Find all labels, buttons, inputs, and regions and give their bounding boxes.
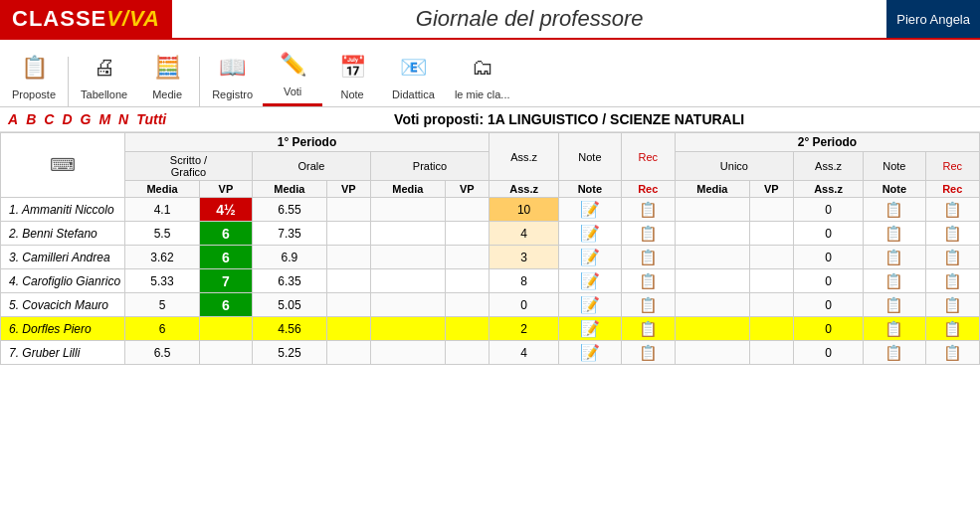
filter-m[interactable]: M [98,111,110,127]
prat-vp[interactable] [445,317,489,341]
rec-icon[interactable]: 📋 [884,225,903,242]
rec-p2-cell[interactable]: 📋 [925,293,979,317]
note-p1-cell[interactable]: 📝 [559,269,621,293]
note-icon[interactable]: 📝 [580,272,600,289]
prat-vp[interactable] [445,341,489,365]
toolbar-mie-classi[interactable]: 🗂 le mie cla... [445,47,520,106]
rec-icon[interactable]: 📋 [884,272,903,289]
unico-vp[interactable] [749,341,793,365]
prat-vp[interactable] [445,246,489,269]
sg-vp[interactable]: 7 [199,269,252,293]
rec-icon[interactable]: 📋 [639,225,658,242]
rec-icon[interactable]: 📋 [639,201,658,218]
note-p1-cell[interactable]: 📝 [559,293,621,317]
oral-vp[interactable] [326,293,370,317]
rec-p1-cell[interactable]: 📋 [621,317,675,341]
unico-vp[interactable] [749,222,793,246]
note-p2-cell[interactable]: 📋 [864,293,925,317]
unico-vp[interactable] [749,293,793,317]
prat-vp[interactable] [445,293,489,317]
oral-vp[interactable] [326,317,370,341]
note-p1-cell[interactable]: 📝 [559,246,621,269]
note-p2-cell[interactable]: 📋 [864,317,925,341]
toolbar-medie[interactable]: 🧮 Medie [137,47,197,106]
unico-vp[interactable] [749,269,793,293]
toolbar-note[interactable]: 📅 Note [322,47,382,106]
rec-icon[interactable]: 📋 [639,296,658,313]
rec-icon[interactable]: 📋 [884,344,903,361]
rec-icon[interactable]: 📋 [639,249,658,265]
logo[interactable]: CLASSEV/VA [0,0,172,38]
unico-vp[interactable] [749,198,793,222]
note-p2-cell[interactable]: 📋 [864,198,925,222]
rec-icon[interactable]: 📋 [884,320,903,337]
oral-vp[interactable] [326,222,370,246]
rec-icon[interactable]: 📋 [943,272,962,289]
rec-icon[interactable]: 📋 [943,320,962,337]
prat-vp[interactable] [445,269,489,293]
note-icon[interactable]: 📝 [580,249,600,265]
note-p1-cell[interactable]: 📝 [559,341,621,365]
sg-vp[interactable]: 4½ [199,198,252,222]
rec-icon[interactable]: 📋 [943,344,962,361]
rec-icon[interactable]: 📋 [639,344,658,361]
note-p2-cell[interactable]: 📋 [864,222,925,246]
rec-p1-cell[interactable]: 📋 [621,293,675,317]
note-p2-cell[interactable]: 📋 [864,246,925,269]
rec-icon[interactable]: 📋 [639,320,658,337]
filter-n[interactable]: N [118,111,128,127]
oral-vp[interactable] [326,269,370,293]
toolbar-proposte[interactable]: 📋 Proposte [2,47,66,106]
rec-p2-cell[interactable]: 📋 [925,269,979,293]
oral-vp[interactable] [326,246,370,269]
rec-icon[interactable]: 📋 [884,249,903,265]
note-p1-cell[interactable]: 📝 [559,222,621,246]
sg-vp[interactable] [199,317,252,341]
rec-p2-cell[interactable]: 📋 [925,222,979,246]
unico-vp[interactable] [749,317,793,341]
rec-icon[interactable]: 📋 [943,249,962,265]
prat-vp[interactable] [445,198,489,222]
rec-icon[interactable]: 📋 [884,296,903,313]
sg-vp[interactable] [199,341,252,365]
rec-icon[interactable]: 📋 [943,225,962,242]
toolbar-registro[interactable]: 📖 Registro [202,47,263,106]
rec-p1-cell[interactable]: 📋 [621,222,675,246]
note-icon[interactable]: 📝 [580,320,600,337]
rec-p1-cell[interactable]: 📋 [621,269,675,293]
filter-g[interactable]: G [81,111,92,127]
rec-p2-cell[interactable]: 📋 [925,317,979,341]
note-p2-cell[interactable]: 📋 [864,341,925,365]
filter-a[interactable]: A [8,111,18,127]
note-icon[interactable]: 📝 [580,344,600,361]
unico-vp[interactable] [749,246,793,269]
rec-p2-cell[interactable]: 📋 [925,246,979,269]
note-icon[interactable]: 📝 [580,225,600,242]
filter-d[interactable]: D [62,111,72,127]
note-p1-cell[interactable]: 📝 [559,317,621,341]
rec-icon[interactable]: 📋 [884,201,903,218]
rec-icon[interactable]: 📋 [639,272,658,289]
sg-vp[interactable]: 6 [199,246,252,269]
note-p2-cell[interactable]: 📋 [864,269,925,293]
rec-p2-cell[interactable]: 📋 [925,198,979,222]
toolbar-tabellone[interactable]: 🖨 Tabellone [71,47,137,106]
toolbar-voti[interactable]: ✏️ Voti [263,44,322,106]
oral-vp[interactable] [326,341,370,365]
note-icon[interactable]: 📝 [580,201,600,218]
prat-vp[interactable] [445,222,489,246]
rec-p2-cell[interactable]: 📋 [925,341,979,365]
filter-c[interactable]: C [44,111,54,127]
rec-p1-cell[interactable]: 📋 [621,246,675,269]
rec-p1-cell[interactable]: 📋 [621,198,675,222]
note-p1-cell[interactable]: 📝 [559,198,621,222]
rec-icon[interactable]: 📋 [943,296,962,313]
sg-vp[interactable]: 6 [199,293,252,317]
sg-vp[interactable]: 6 [199,222,252,246]
note-icon[interactable]: 📝 [580,296,600,313]
rec-icon[interactable]: 📋 [943,201,962,218]
toolbar-didattica[interactable]: 📧 Didattica [382,47,445,106]
oral-vp[interactable] [326,198,370,222]
filter-tutti[interactable]: Tutti [136,111,166,127]
rec-p1-cell[interactable]: 📋 [621,341,675,365]
